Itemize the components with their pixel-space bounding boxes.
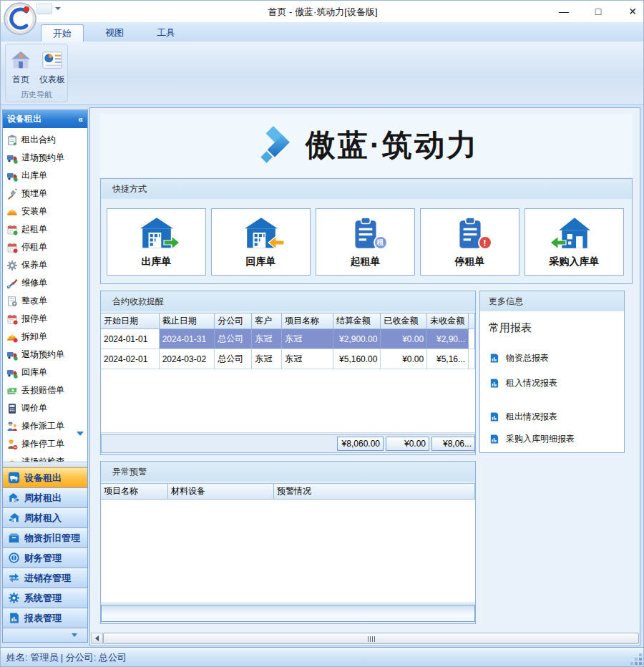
total-unreceived: ¥8,06... [431, 437, 475, 451]
sidebar-item-label: 退场预约单 [21, 349, 64, 361]
sidebar-item-label: 报停单 [21, 313, 47, 325]
shortcut-rent-start[interactable]: 租 起租单 [316, 208, 415, 276]
sidebar-item-dispatch-order[interactable]: 操作派工单 [3, 417, 87, 435]
column-header[interactable]: 项目名称 [282, 313, 333, 329]
sidebar-item-loss-compensation[interactable]: 丢损赔偿单 [3, 381, 87, 399]
column-header[interactable]: 项目名称 [101, 484, 168, 500]
scrollbar-thumb[interactable] [103, 633, 639, 644]
table-cell[interactable]: 2024-01-01 [101, 329, 160, 349]
sidebar-item-label: 租出合约 [21, 134, 56, 146]
nav-item-equipment-rental[interactable]: 设备租出 [3, 467, 87, 487]
main-content: 傲蓝·筑动力 快捷方式 出库单 回库单 [89, 107, 640, 646]
home-button[interactable]: 首页 [6, 47, 35, 90]
sidebar-item-partial[interactable]: 进场前检查 [3, 453, 87, 462]
table-cell[interactable]: 2024-02-01 [101, 349, 160, 369]
column-header[interactable]: 未收金额 [427, 313, 469, 329]
table-cell[interactable]: 总公司 [215, 349, 252, 369]
scroll-left-button[interactable] [91, 633, 103, 644]
table-cell[interactable]: 东冠 [282, 349, 333, 369]
table-cell[interactable]: 东冠 [252, 329, 282, 349]
table-cell[interactable]: ¥0.00 [381, 349, 427, 369]
table-cell[interactable]: ¥5,160.00 [333, 349, 381, 369]
resize-grip[interactable] [639, 662, 642, 665]
tab-view[interactable]: 视图 [94, 24, 135, 42]
nav-item-reports[interactable]: 报表管理 [3, 608, 87, 628]
table-cell[interactable]: ¥5,16... [427, 349, 469, 369]
nav-options-bar[interactable] [3, 628, 87, 642]
table-cell[interactable]: ¥0.00 [381, 329, 427, 349]
report-link-rent-out[interactable]: 租出情况报表 [489, 411, 617, 423]
horizontal-scrollbar[interactable] [91, 633, 639, 644]
report-link-purchase-detail[interactable]: 采购入库明细报表 [489, 433, 617, 445]
column-header[interactable]: 结算金额 [333, 313, 381, 329]
nav-item-finance[interactable]: 财务管理 [3, 547, 87, 568]
total-settlement: ¥8,060.00 [337, 437, 384, 451]
sidebar-item-label: 整改单 [21, 295, 47, 307]
table-cell[interactable]: 2024-03-02 [160, 349, 215, 369]
table-cell[interactable]: 2024-01-31 [160, 329, 215, 349]
sidebar-item-preembed-order[interactable]: 预埋单 [3, 185, 87, 203]
tab-tools[interactable]: 工具 [145, 24, 187, 42]
sidebar-item-maintenance-order[interactable]: 保养单 [3, 256, 87, 274]
close-button[interactable]: ✕ [625, 6, 640, 17]
sidebar-splitter[interactable]: ····· [3, 462, 87, 467]
nav-item-inventory[interactable]: 进销存管理 [3, 568, 87, 588]
sidebar-item-return-order[interactable]: 回库单 [3, 364, 87, 381]
nav-item-system[interactable]: 系统管理 [3, 588, 87, 608]
table-cell[interactable]: 总公司 [215, 329, 252, 349]
sidebar-item-rent-start-order[interactable]: 起租单 [3, 220, 87, 238]
sidebar-item-label: 停租单 [21, 241, 47, 253]
sidebar-item-entry-reservation[interactable]: 进场预约单 [3, 149, 87, 167]
sidebar-item-price-adjust-order[interactable]: 调价单 [3, 399, 87, 417]
sidebar-item-dismantle-order[interactable]: 拆卸单 [3, 328, 87, 346]
sidebar-item-outbound-order[interactable]: 出库单 [3, 167, 87, 185]
app-menu-button[interactable] [3, 1, 37, 36]
sidebar-item-stopwork-order[interactable]: 操作停工单 [3, 435, 87, 453]
scroll-down-icon[interactable] [77, 432, 84, 436]
table-cell[interactable]: 东冠 [252, 349, 282, 369]
calculator-icon [6, 403, 18, 414]
column-header[interactable]: 已收金额 [381, 313, 427, 329]
column-header[interactable]: 材料设备 [168, 484, 274, 500]
sidebar-item-rectify-order[interactable]: 整改单 [3, 292, 87, 310]
sidebar-item-repair-order[interactable]: 维修单 [3, 274, 87, 292]
nav-item-material-rental-in[interactable]: 周材租入 [3, 507, 87, 527]
sidebar-item-rent-stop-order[interactable]: 停租单 [3, 238, 87, 256]
table-row[interactable]: 2024-01-01 2024-01-31 总公司 东冠 东冠 ¥2,900.0… [101, 329, 475, 349]
table-cell[interactable]: ¥2,900.00 [333, 329, 381, 349]
maximize-button[interactable]: □ [590, 6, 606, 17]
collapse-icon[interactable]: « [78, 115, 83, 125]
table-cell[interactable]: ¥2,90... [427, 329, 469, 349]
column-header[interactable]: 分公司 [215, 313, 252, 329]
quick-access-toolbar[interactable] [36, 4, 52, 14]
arrow-left-icon [95, 636, 99, 641]
nav-item-label: 财务管理 [24, 552, 62, 565]
shortcut-purchase-inbound[interactable]: 采购入库单 [525, 208, 624, 276]
truck-icon [6, 349, 18, 361]
table-cell[interactable]: 东冠 [282, 329, 333, 349]
report-link-material-total[interactable]: 物资总报表 [489, 352, 617, 364]
tab-start[interactable]: 开始 [41, 24, 84, 42]
column-header[interactable]: 开始日期 [101, 313, 160, 329]
dashboard-button[interactable]: 仪表板 [38, 47, 67, 90]
column-header[interactable]: 客户 [252, 313, 282, 329]
sidebar-item-suspend-order[interactable]: 报停单 [3, 310, 87, 328]
table-row[interactable]: 2024-02-01 2024-03-02 总公司 东冠 东冠 ¥5,160.0… [101, 349, 475, 369]
quick-access-dropdown-icon[interactable] [55, 7, 61, 10]
column-header[interactable]: 预警情况 [274, 484, 475, 500]
sidebar-item-install-order[interactable]: 安装单 [3, 203, 87, 220]
ribbon-group-label: 历史导航 [6, 89, 67, 100]
shortcut-return[interactable]: 回库单 [211, 208, 311, 276]
chevron-down-icon[interactable] [72, 633, 77, 637]
nav-item-depreciation[interactable]: 物资折旧管理 [3, 527, 87, 547]
document-gear-icon [6, 296, 18, 307]
shortcut-outbound[interactable]: 出库单 [107, 208, 206, 276]
shortcut-rent-stop[interactable]: ! 停租单 [420, 208, 519, 276]
report-link-rent-in[interactable]: 租入情况报表 [489, 377, 617, 389]
nav-item-material-rental-out[interactable]: 周材租出 [3, 487, 87, 507]
sidebar-item-rental-contract[interactable]: 租出合约 [3, 131, 87, 149]
report-chart-icon [489, 412, 499, 422]
sidebar-item-exit-reservation[interactable]: 退场预约单 [3, 346, 87, 364]
column-header[interactable]: 截止日期 [160, 313, 215, 329]
minimize-button[interactable]: — [556, 6, 572, 17]
